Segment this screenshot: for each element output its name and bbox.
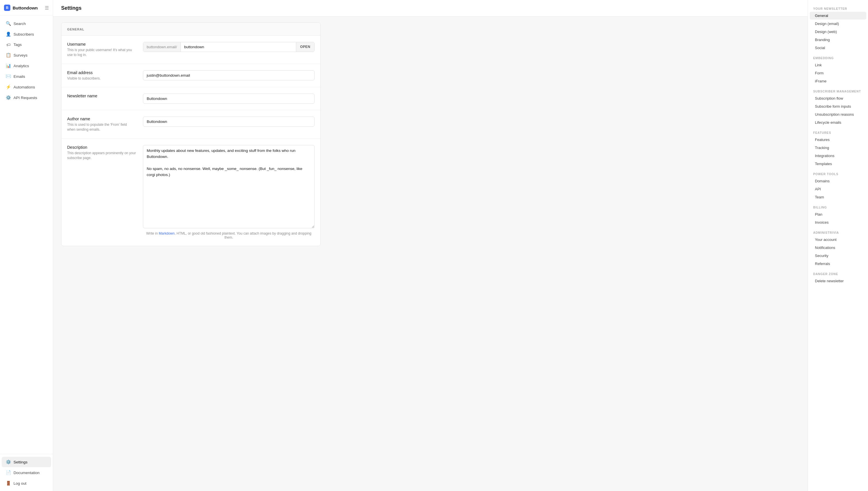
settings-rows: UsernameThis is your public username! It… [61,36,320,246]
rs-item-invoices[interactable]: Invoices [810,219,866,226]
rs-section-label: ADMINISTRIVIA [808,229,868,235]
rs-item-subscribe-form-inputs[interactable]: Subscribe form inputs [810,103,866,110]
sidebar-bottom: ⚙️Settings📄Documentation🚪Log out [0,454,53,491]
rs-item-link[interactable]: Link [810,61,866,69]
documentation-icon: 📄 [6,470,11,475]
sidebar-item-label: Subscribers [13,32,34,36]
prefix-input-wrapper: buttondown.email/ OPEN [143,42,315,52]
rs-item-features[interactable]: Features [810,136,866,144]
sidebar-item-surveys[interactable]: 📋Surveys [2,50,51,60]
input-prefix: buttondown.email/ [143,42,181,52]
rs-item-delete-newsletter[interactable]: Delete newsletter [810,277,866,285]
sidebar-item-tags[interactable]: 🏷Tags [2,40,51,50]
settings-icon: ⚙️ [6,459,11,465]
app-logo[interactable]: B Buttondown [4,5,38,11]
rs-item-templates[interactable]: Templates [810,160,866,168]
sidebar-item-automations[interactable]: ⚡Automations [2,82,51,92]
rs-item-tracking[interactable]: Tracking [810,144,866,152]
rs-item-referrals[interactable]: Referrals [810,260,866,268]
rs-item-api[interactable]: API [810,185,866,193]
rs-item-design-web[interactable]: Design (web) [810,28,866,36]
sidebar-item-api-requests[interactable]: ⚙️API Requests [2,92,51,103]
tags-icon: 🏷 [6,42,11,47]
rs-section-your-newsletter: YOUR NEWSLETTERGeneralDesign (email)Desi… [808,5,868,52]
rs-item-domains[interactable]: Domains [810,177,866,185]
rs-item-social[interactable]: Social [810,44,866,52]
rs-item-design-email[interactable]: Design (email) [810,20,866,28]
row-input-newsletter-name [143,94,315,104]
newsletter-name-input[interactable] [143,94,315,104]
row-title-author-name: Author name [67,117,136,121]
username-input[interactable] [181,42,296,52]
rs-section-label: BILLING [808,203,868,210]
email-address-input[interactable] [143,70,315,80]
sidebar-header: B Buttondown ☰ [0,0,53,16]
analytics-icon: 📊 [6,63,11,68]
row-label-description: DescriptionThis description appears prom… [67,145,136,161]
sidebar-item-documentation[interactable]: 📄Documentation [2,467,51,478]
rs-item-subscription-flow[interactable]: Subscription flow [810,94,866,102]
settings-row-author-name: Author nameThis is used to populate the … [61,110,320,139]
rs-item-iframe[interactable]: iFrame [810,77,866,85]
sidebar-nav: 🔍Search👤Subscribers🏷Tags📋Surveys📊Analyti… [0,16,53,454]
section-header: GENERAL [61,23,320,36]
sidebar-item-label: Log out [13,481,26,486]
sidebar-item-label: Emails [13,75,25,79]
description-textarea[interactable]: Monthly updates about new features, upda… [143,145,315,228]
sidebar-item-settings[interactable]: ⚙️Settings [2,457,51,467]
textarea-hint: Write in Markdown, HTML, or good old fas… [143,231,315,239]
left-sidebar: B Buttondown ☰ 🔍Search👤Subscribers🏷Tags📋… [0,0,53,491]
row-input-description: Monthly updates about new features, upda… [143,145,315,239]
rs-section-subscriber-management: SUBSCRIBER MANAGEMENTSubscription flowSu… [808,87,868,126]
rs-item-general[interactable]: General [810,12,866,20]
automations-icon: ⚡ [6,84,11,90]
rs-item-form[interactable]: Form [810,69,866,77]
settings-row-description: DescriptionThis description appears prom… [61,139,320,246]
rs-item-branding[interactable]: Branding [810,36,866,44]
markdown-link[interactable]: Markdown [159,231,175,235]
rs-section-label: YOUR NEWSLETTER [808,5,868,11]
sidebar-item-label: Settings [13,460,28,464]
settings-section: GENERAL UsernameThis is your public user… [61,22,321,246]
row-desc-description: This description appears prominently on … [67,151,136,161]
app-name: Buttondown [12,5,38,10]
rs-section-power-tools: POWER TOOLSDomainsAPITeam [808,170,868,201]
sidebar-item-emails[interactable]: ✉️Emails [2,71,51,82]
settings-row-username: UsernameThis is your public username! It… [61,36,320,64]
rs-section-danger-zone: DANGER ZONEDelete newsletter [808,270,868,285]
main-body: GENERAL UsernameThis is your public user… [53,17,329,252]
open-button[interactable]: OPEN [296,42,314,52]
logo-icon: B [4,5,10,11]
rs-item-lifecycle-emails[interactable]: Lifecycle emails [810,119,866,126]
sidebar-item-search[interactable]: 🔍Search [2,18,51,29]
sidebar-item-analytics[interactable]: 📊Analytics [2,61,51,71]
row-desc-username: This is your public username! It's what … [67,48,136,57]
rs-section-label: SUBSCRIBER MANAGEMENT [808,87,868,94]
sidebar-item-label: Surveys [13,53,28,57]
sidebar-item-subscribers[interactable]: 👤Subscribers [2,29,51,39]
row-title-email-address: Email address [67,70,136,75]
rs-item-plan[interactable]: Plan [810,210,866,218]
rs-item-security[interactable]: Security [810,252,866,260]
surveys-icon: 📋 [6,53,11,58]
sidebar-item-label: Analytics [13,64,29,68]
rs-section-label: DANGER ZONE [808,270,868,277]
sidebar-item-label: API Requests [13,96,37,100]
rs-item-integrations[interactable]: Integrations [810,152,866,160]
sidebar-item-log-out[interactable]: 🚪Log out [2,478,51,488]
author-name-input[interactable] [143,117,315,126]
rs-item-your-account[interactable]: Your account [810,236,866,243]
rs-section-label: FEATURES [808,128,868,136]
row-label-username: UsernameThis is your public username! It… [67,42,136,57]
rs-section-billing: BILLINGPlanInvoices [808,203,868,226]
menu-icon[interactable]: ☰ [45,5,49,11]
rs-item-unsubscription-reasons[interactable]: Unsubscription reasons [810,111,866,118]
sidebar-item-label: Search [13,22,26,26]
api-requests-icon: ⚙️ [6,95,11,100]
rs-section-label: POWER TOOLS [808,170,868,177]
rs-item-team[interactable]: Team [810,193,866,201]
subscribers-icon: 👤 [6,32,11,37]
page-title: Settings [53,0,808,17]
rs-section-embedding: EMBEDDINGLinkFormiFrame [808,54,868,85]
rs-item-notifications[interactable]: Notifications [810,244,866,252]
